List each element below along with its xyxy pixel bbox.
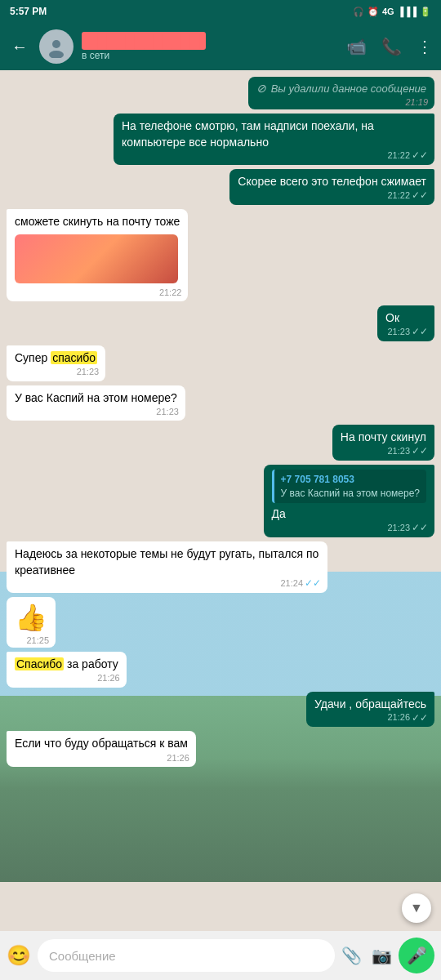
input-bar: 😊 Сообщение 📎 📷 🎤 [0,931,441,980]
highlighted-word: спасибо [51,351,97,364]
message-row: 👍 21:25 [7,597,434,648]
headphone-icon: 🎧 [353,7,364,17]
message-time: 21:26 [167,752,189,764]
message-bubble: На телефоне смотрю, там надписи поехали,… [114,114,434,165]
camera-icon[interactable]: 📷 [372,946,392,965]
message-time: 21:23 ✓✓ [387,325,428,339]
message-time: 21:23 ✓✓ [387,444,428,458]
message-text: Надеюсь за некоторые темы не будут ругат… [15,547,318,577]
message-row: сможете скинуть на почту тоже 21:22 [7,209,434,302]
emoji-picker-button[interactable]: 😊 [7,944,31,967]
battery-icon: 🔋 [420,7,431,17]
message-bubble: У вас Каспий на этом номере? 21:23 [7,385,185,421]
message-bubble: Если что буду обращаться к вам 21:26 [7,731,196,767]
svg-point-0 [52,40,60,48]
emoji-content: 👍 [15,603,47,632]
message-text: Да [272,507,286,520]
attachment-icons: 📎 📷 [341,946,392,965]
message-text: Скорее всего это телефон сжимает [238,175,426,188]
quoted-text: У вас Каспий на этом номере? [281,487,420,501]
message-text: сможете скинуть на почту тоже [15,214,180,230]
status-time: 5:57 PM [10,6,47,17]
message-bubble: Скорее всего это телефон сжимает 21:22 ✓… [229,169,434,205]
video-call-icon[interactable]: 📹 [346,37,367,56]
quoted-number: +7 705 781 8053 [281,473,420,487]
emoji-bubble: 👍 21:25 [7,597,56,648]
read-ticks: ✓✓ [412,711,428,725]
message-time: 21:24 ✓✓ [280,577,321,590]
message-row: Скорее всего это телефон сжимает 21:22 ✓… [7,169,434,205]
message-row: У вас Каспий на этом номере? 21:23 [7,385,434,421]
message-time: 21:22 [159,287,182,299]
voice-call-icon[interactable]: 📞 [381,37,402,56]
message-row: +7 705 781 8053 У вас Каспий на этом ном… [7,465,434,537]
message-row: Супер спасибо 21:23 [7,345,434,381]
deleted-text: Вы удалили данное сообщение [271,82,426,95]
read-ticks: ✓✓ [412,444,428,458]
message-row: Спасибо за работу 21:26 [7,652,434,688]
message-bubble: На почту скинул 21:23 ✓✓ [332,425,434,461]
message-row: На почту скинул 21:23 ✓✓ [7,425,434,461]
message-bubble: +7 705 781 8053 У вас Каспий на этом ном… [264,465,434,537]
message-row: Удачи , обращайтесь 21:26 ✓✓ [7,692,434,728]
message-text: У вас Каспий на этом номере? [15,391,177,404]
chevron-down-icon: ▼ [410,901,423,915]
message-row: ⊘ Вы удалили данное сообщение 21:19 [7,77,434,109]
deleted-icon: ⊘ [256,82,266,95]
back-button[interactable]: ← [8,34,31,60]
message-time: 21:26 [97,672,120,684]
avatar[interactable] [39,29,74,64]
alarm-icon: ⏰ [368,7,379,17]
message-text: Спасибо за работу [15,657,118,670]
highlighted-word: Спасибо [15,657,64,670]
message-text: Супер спасибо [15,351,97,364]
message-text: Ок [385,311,399,324]
chat-background: ⊘ Вы удалили данное сообщение 21:19 На т… [0,70,441,931]
message-time: 21:25 [26,635,49,645]
scroll-down-button[interactable]: ▼ [402,893,431,923]
read-ticks: ✓✓ [412,325,428,339]
message-row: Ок 21:23 ✓✓ [7,305,434,341]
message-bubble: Спасибо за работу 21:26 [7,652,127,688]
message-time: 21:22 ✓✓ [387,189,428,203]
contact-status: в сети [82,50,338,61]
message-bubble: Супер спасибо 21:23 [7,345,105,381]
message-bubble: Надеюсь за некоторые темы не будут ругат… [7,541,327,593]
svg-point-1 [49,51,64,58]
read-ticks: ✓✓ [305,577,321,590]
message-time: 21:26 ✓✓ [387,711,428,725]
message-time: 21:22 ✓✓ [387,149,428,163]
message-text: На телефоне смотрю, там надписи поехали,… [122,119,374,149]
read-ticks: ✓✓ [412,149,428,163]
input-placeholder: Сообщение [49,949,116,963]
status-bar: 5:57 PM 🎧 ⏰ 4G ▐▐▐ 🔋 [0,0,441,23]
message-text: Удачи , обращайтесь [314,697,426,710]
message-text: Если что буду обращаться к вам [15,737,188,750]
message-bubble: сможете скинуть на почту тоже 21:22 [7,209,188,302]
contact-name: ████████████ [82,32,206,50]
message-row: На телефоне смотрю, там надписи поехали,… [7,114,434,165]
more-options-icon[interactable]: ⋮ [416,37,433,56]
network-4g: 4G [382,7,394,16]
message-text: На почту скинул [341,430,426,443]
status-icons: 🎧 ⏰ 4G ▐▐▐ 🔋 [353,7,431,17]
contact-info[interactable]: ████████████ в сети [82,32,338,61]
header-icons: 📹 📞 ⋮ [346,37,433,56]
signal-icon: ▐▐▐ [398,7,416,16]
image-attachment [15,234,178,283]
deleted-message-bubble: ⊘ Вы удалили данное сообщение 21:19 [248,77,434,109]
message-row: Если что буду обращаться к вам 21:26 [7,731,434,767]
read-ticks: ✓✓ [412,521,428,535]
message-input[interactable]: Сообщение [38,939,335,972]
mic-button[interactable]: 🎤 [399,938,434,973]
chat-header: ← ████████████ в сети 📹 📞 ⋮ [0,23,441,70]
message-time: 21:23 [77,366,100,378]
mic-icon: 🎤 [407,946,427,965]
attach-icon[interactable]: 📎 [341,946,362,965]
message-time: 21:19 [405,97,428,107]
quoted-message: +7 705 781 8053 У вас Каспий на этом ном… [272,470,426,504]
message-bubble: Ок 21:23 ✓✓ [377,305,434,341]
read-ticks: ✓✓ [412,189,428,203]
message-time: 21:23 [156,406,179,418]
message-bubble: Удачи , обращайтесь 21:26 ✓✓ [306,692,434,728]
